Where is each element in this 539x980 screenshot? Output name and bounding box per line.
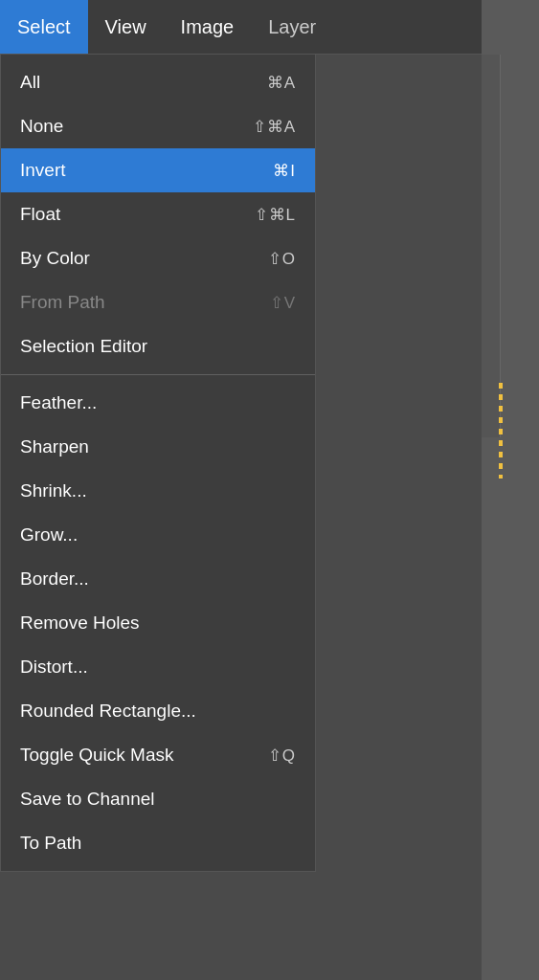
menu-item-shrink[interactable]: Shrink... xyxy=(1,469,315,513)
menu-item-none-label: None xyxy=(20,116,253,137)
menu-item-border-label: Border... xyxy=(20,568,296,590)
menu-item-feather-label: Feather... xyxy=(20,392,296,413)
menu-item-remove-holes-label: Remove Holes xyxy=(20,612,296,634)
menu-bar-image-label: Image xyxy=(181,16,235,38)
menu-item-none-shortcut: ⇧⌘A xyxy=(253,117,296,137)
menu-item-save-to-channel[interactable]: Save to Channel xyxy=(1,777,315,821)
menu-item-by-color-label: By Color xyxy=(20,248,268,269)
menu-item-float[interactable]: Float ⇧⌘L xyxy=(1,192,315,236)
menu-item-float-shortcut: ⇧⌘L xyxy=(255,205,296,225)
menu-item-by-color-shortcut: ⇧O xyxy=(268,249,296,269)
menu-item-sharpen[interactable]: Sharpen xyxy=(1,425,315,469)
menu-item-by-color[interactable]: By Color ⇧O xyxy=(1,236,315,280)
menu-bar-view[interactable]: View xyxy=(88,0,164,54)
menu-item-all[interactable]: All ⌘A xyxy=(1,60,315,104)
menu-item-toggle-quick-mask[interactable]: Toggle Quick Mask ⇧Q xyxy=(1,733,315,777)
menu-item-to-path-label: To Path xyxy=(20,833,296,854)
menu-bar: Select View Image Layer xyxy=(0,0,539,55)
menu-item-all-label: All xyxy=(20,72,267,93)
menu-item-remove-holes[interactable]: Remove Holes xyxy=(1,601,315,645)
menu-section-2: Feather... Sharpen Shrink... Grow... Bor… xyxy=(1,374,315,871)
menu-item-toggle-quick-mask-shortcut: ⇧Q xyxy=(268,746,296,766)
menu-bar-select[interactable]: Select xyxy=(0,0,88,54)
menu-bar-layer-label: Layer xyxy=(268,16,316,38)
menu-item-from-path-shortcut: ⇧V xyxy=(270,293,296,313)
menu-item-shrink-label: Shrink... xyxy=(20,480,296,501)
menu-item-distort[interactable]: Distort... xyxy=(1,645,315,689)
menu-bar-image[interactable]: Image xyxy=(164,0,252,54)
menu-item-border[interactable]: Border... xyxy=(1,557,315,601)
menu-item-from-path: From Path ⇧V xyxy=(1,280,315,324)
menu-item-feather[interactable]: Feather... xyxy=(1,381,315,425)
menu-item-sharpen-label: Sharpen xyxy=(20,436,296,457)
menu-item-distort-label: Distort... xyxy=(20,657,296,678)
menu-bar-select-label: Select xyxy=(17,16,71,38)
menu-item-from-path-label: From Path xyxy=(20,292,270,313)
menu-item-selection-editor[interactable]: Selection Editor xyxy=(1,324,315,368)
menu-item-rounded-rectangle-label: Rounded Rectangle... xyxy=(20,701,296,722)
menu-item-none[interactable]: None ⇧⌘A xyxy=(1,104,315,148)
ruler xyxy=(482,55,501,437)
menu-item-grow-label: Grow... xyxy=(20,524,296,546)
menu-item-float-label: Float xyxy=(20,204,255,225)
menu-item-invert-shortcut: ⌘I xyxy=(273,161,296,181)
menu-item-save-to-channel-label: Save to Channel xyxy=(20,789,296,810)
menu-bar-layer[interactable]: Layer xyxy=(251,0,333,54)
menu-item-invert[interactable]: Invert ⌘I xyxy=(1,148,315,192)
menu-section-1: All ⌘A None ⇧⌘A Invert ⌘I Float ⇧⌘L By C… xyxy=(1,55,315,374)
menu-bar-view-label: View xyxy=(105,16,146,38)
menu-item-all-shortcut: ⌘A xyxy=(267,73,296,93)
select-dropdown-menu: All ⌘A None ⇧⌘A Invert ⌘I Float ⇧⌘L By C… xyxy=(0,55,316,872)
menu-item-invert-label: Invert xyxy=(20,160,273,181)
menu-item-to-path[interactable]: To Path xyxy=(1,821,315,865)
selection-indicator xyxy=(499,383,503,479)
menu-item-rounded-rectangle[interactable]: Rounded Rectangle... xyxy=(1,689,315,733)
menu-item-grow[interactable]: Grow... xyxy=(1,513,315,557)
menu-item-toggle-quick-mask-label: Toggle Quick Mask xyxy=(20,745,268,766)
menu-item-selection-editor-label: Selection Editor xyxy=(20,336,296,357)
